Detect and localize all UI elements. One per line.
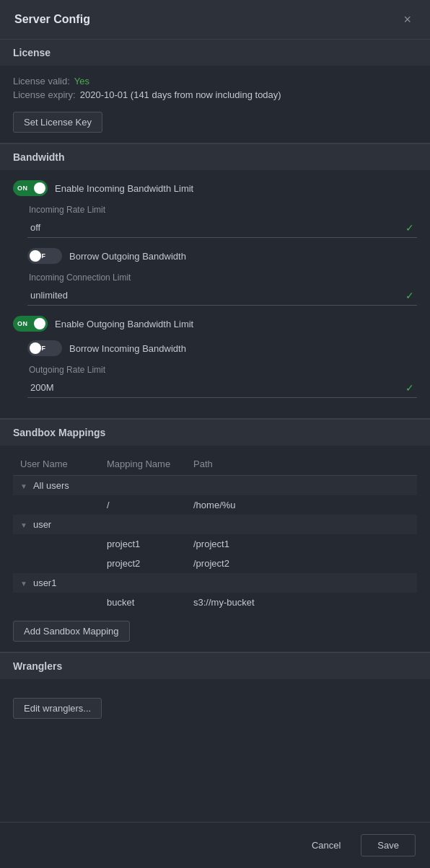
outgoing-rate-check-icon: ✓ bbox=[405, 382, 414, 394]
group-name: user bbox=[33, 519, 51, 530]
wranglers-section-body: Edit wranglers... bbox=[0, 679, 430, 729]
table-row: //home/%u bbox=[13, 495, 417, 515]
chevron-down-icon: ▼ bbox=[20, 580, 27, 588]
save-button[interactable]: Save bbox=[361, 834, 416, 856]
table-row: project2/project2 bbox=[13, 554, 417, 573]
incoming-connection-limit-field: Incoming Connection Limit ✓ bbox=[27, 273, 417, 306]
license-section-header: License bbox=[0, 39, 430, 66]
incoming-rate-limit-label: Incoming Rate Limit bbox=[29, 205, 417, 215]
outgoing-bandwidth-toggle[interactable]: ON bbox=[13, 316, 48, 332]
license-expiry-row: License expiry: 2020-10-01 (141 days fro… bbox=[13, 89, 417, 100]
cell-path: s3://my-bucket bbox=[186, 593, 417, 612]
sandbox-section-header: Sandbox Mappings bbox=[0, 419, 430, 446]
license-expiry-value: 2020-10-01 (141 days from now including … bbox=[80, 89, 281, 100]
incoming-bandwidth-toggle-row: ON Enable Incoming Bandwidth Limit bbox=[13, 180, 417, 196]
modal-title: Server Config bbox=[14, 13, 90, 26]
incoming-rate-limit-field: Incoming Rate Limit ✓ bbox=[27, 205, 417, 238]
group-name: user1 bbox=[33, 577, 57, 588]
incoming-connection-limit-label: Incoming Connection Limit bbox=[29, 273, 417, 283]
cell-path: /project1 bbox=[186, 534, 417, 554]
sandbox-table-header: User Name Mapping Name Path bbox=[13, 453, 417, 476]
license-valid-value: Yes bbox=[74, 76, 89, 87]
incoming-rate-limit-input[interactable] bbox=[27, 218, 417, 238]
borrow-incoming-toggle-row: OFF Borrow Incoming Bandwidth bbox=[27, 340, 417, 356]
license-section-body: License valid: Yes License expiry: 2020-… bbox=[0, 66, 430, 143]
incoming-connection-check-icon: ✓ bbox=[405, 290, 414, 301]
borrow-outgoing-toggle-row: OFF Borrow Outgoing Bandwidth bbox=[27, 248, 417, 264]
sandbox-table: User Name Mapping Name Path ▼All users//… bbox=[13, 453, 417, 612]
outgoing-rate-limit-field: Outgoing Rate Limit ✓ bbox=[27, 365, 417, 398]
add-sandbox-mapping-button[interactable]: Add Sandbox Mapping bbox=[13, 621, 130, 642]
borrow-incoming-desc: Borrow Incoming Bandwidth bbox=[69, 343, 186, 354]
outgoing-rate-limit-input[interactable] bbox=[27, 378, 417, 398]
sandbox-section-body: User Name Mapping Name Path ▼All users//… bbox=[0, 446, 430, 652]
outgoing-bandwidth-toggle-label: ON bbox=[17, 320, 28, 327]
cell-path: /home/%u bbox=[186, 495, 417, 515]
cell-username bbox=[13, 495, 100, 515]
col-header-username: User Name bbox=[13, 453, 100, 476]
cell-path: /project2 bbox=[186, 554, 417, 573]
outgoing-bandwidth-toggle-desc: Enable Outgoing Bandwidth Limit bbox=[55, 319, 193, 329]
cell-mapping: project1 bbox=[100, 534, 186, 554]
group-name: All users bbox=[33, 480, 69, 491]
cell-username bbox=[13, 554, 100, 573]
set-license-key-button[interactable]: Set License Key bbox=[13, 112, 102, 133]
modal-footer: Cancel Save bbox=[0, 822, 430, 868]
bandwidth-section-header: Bandwidth bbox=[0, 143, 430, 170]
cell-mapping: bucket bbox=[100, 593, 186, 612]
license-expiry-label: License expiry: bbox=[13, 89, 76, 100]
cell-username bbox=[13, 593, 100, 612]
sandbox-group-row[interactable]: ▼user bbox=[13, 515, 417, 534]
incoming-bandwidth-toggle-label: ON bbox=[17, 185, 28, 192]
incoming-connection-limit-wrapper: ✓ bbox=[27, 285, 417, 306]
toggle-knob-2 bbox=[30, 250, 41, 262]
outgoing-rate-limit-wrapper: ✓ bbox=[27, 378, 417, 398]
incoming-rate-limit-wrapper: ✓ bbox=[27, 218, 417, 238]
incoming-connection-limit-input[interactable] bbox=[27, 285, 417, 306]
cell-mapping: / bbox=[100, 495, 186, 515]
cancel-button[interactable]: Cancel bbox=[299, 834, 354, 856]
sandbox-group-row[interactable]: ▼user1 bbox=[13, 573, 417, 593]
incoming-bandwidth-toggle[interactable]: ON bbox=[13, 180, 48, 196]
toggle-knob-3 bbox=[34, 318, 45, 329]
col-header-path: Path bbox=[186, 453, 417, 476]
cell-mapping: project2 bbox=[100, 554, 186, 573]
license-valid-row: License valid: Yes bbox=[13, 76, 417, 87]
col-header-mapping: Mapping Name bbox=[100, 453, 186, 476]
table-row: buckets3://my-bucket bbox=[13, 593, 417, 612]
outgoing-bandwidth-toggle-row: ON Enable Outgoing Bandwidth Limit bbox=[13, 316, 417, 332]
incoming-bandwidth-toggle-desc: Enable Incoming Bandwidth Limit bbox=[55, 183, 193, 194]
chevron-down-icon: ▼ bbox=[20, 482, 27, 490]
modal: Server Config × License License valid: Y… bbox=[0, 0, 430, 868]
edit-wranglers-button[interactable]: Edit wranglers... bbox=[13, 698, 102, 719]
toggle-knob-4 bbox=[30, 342, 41, 354]
wranglers-section-header: Wranglers bbox=[0, 652, 430, 679]
chevron-down-icon: ▼ bbox=[20, 521, 27, 529]
incoming-rate-check-icon: ✓ bbox=[405, 222, 414, 234]
borrow-incoming-toggle[interactable]: OFF bbox=[27, 340, 62, 356]
sandbox-group-row[interactable]: ▼All users bbox=[13, 476, 417, 496]
modal-header: Server Config × bbox=[0, 0, 430, 39]
license-valid-label: License valid: bbox=[13, 76, 70, 87]
cell-username bbox=[13, 534, 100, 554]
toggle-knob bbox=[34, 182, 45, 194]
borrow-outgoing-desc: Borrow Outgoing Bandwidth bbox=[69, 251, 186, 262]
bandwidth-section-body: ON Enable Incoming Bandwidth Limit Incom… bbox=[0, 170, 430, 418]
outgoing-rate-limit-label: Outgoing Rate Limit bbox=[29, 365, 417, 375]
close-button[interactable]: × bbox=[399, 12, 416, 27]
borrow-outgoing-toggle[interactable]: OFF bbox=[27, 248, 62, 264]
table-row: project1/project1 bbox=[13, 534, 417, 554]
